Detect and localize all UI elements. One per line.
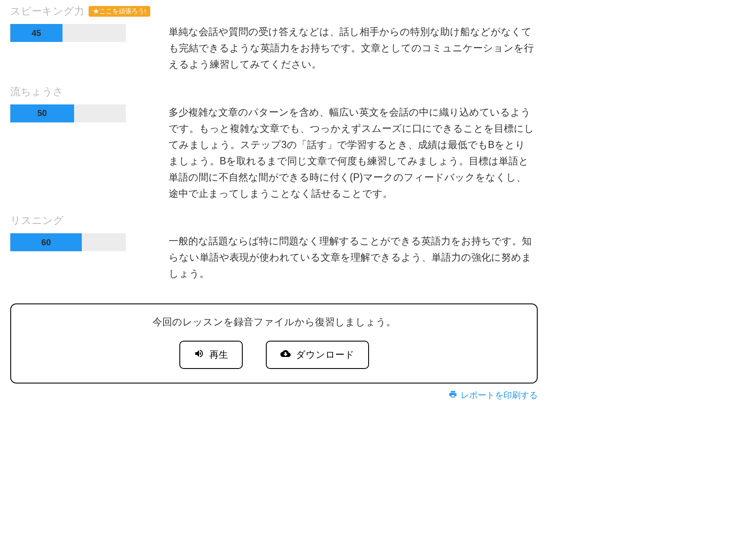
effort-badge: ★ここを頑張ろう! [89, 6, 150, 17]
skill-description: 多少複雑な文章のパターンを含め、幅広い英文を会話の中に織り込めているようです。も… [169, 104, 538, 202]
review-panel: 今回のレッスンを録音ファイルから復習しましょう。 再生 ダウンロード [10, 303, 538, 383]
skill-listening: リスニング 60 一般的な話題ならば特に問題なく理解することができる英語力をお持… [10, 214, 538, 282]
progress-fill: 50 [10, 104, 74, 122]
speaker-icon [194, 348, 204, 361]
skill-body: 50 多少複雑な文章のパターンを含め、幅広い英文を会話の中に織り込めているようで… [10, 104, 538, 202]
download-label: ダウンロード [296, 348, 354, 361]
skill-fluency: 流ちょうさ 50 多少複雑な文章のパターンを含め、幅広い英文を会話の中に織り込め… [10, 85, 538, 202]
progress-container: 50 [10, 104, 126, 122]
skill-header: スピーキング力 ★ここを頑張ろう! [10, 4, 538, 18]
skill-header: リスニング [10, 214, 538, 227]
play-button[interactable]: 再生 [179, 341, 243, 369]
progress-bar: 60 [10, 233, 126, 251]
progress-bar: 45 [10, 24, 126, 42]
skill-speaking: スピーキング力 ★ここを頑張ろう! 45 単純な会話や質問の受け答えなどは、話し… [10, 4, 538, 73]
print-row: レポートを印刷する [10, 389, 538, 401]
progress-bar: 50 [10, 104, 126, 122]
play-label: 再生 [209, 348, 228, 361]
progress-container: 45 [10, 24, 126, 42]
skill-title: リスニング [10, 214, 64, 227]
progress-container: 60 [10, 233, 126, 251]
print-label: レポートを印刷する [461, 389, 538, 401]
progress-fill: 60 [10, 233, 82, 251]
skill-description: 一般的な話題ならば特に問題なく理解することができる英語力をお持ちです。知らない単… [169, 233, 538, 282]
skill-body: 60 一般的な話題ならば特に問題なく理解することができる英語力をお持ちです。知ら… [10, 233, 538, 282]
button-row: 再生 ダウンロード [20, 341, 528, 369]
skill-header: 流ちょうさ [10, 85, 538, 98]
printer-icon [449, 390, 457, 401]
skill-title: スピーキング力 [10, 4, 84, 18]
skill-description: 単純な会話や質問の受け答えなどは、話し相手からの特別な助け船などがなくても完結で… [169, 24, 538, 73]
download-button[interactable]: ダウンロード [266, 341, 369, 369]
review-title: 今回のレッスンを録音ファイルから復習しましょう。 [20, 315, 528, 329]
progress-fill: 45 [10, 24, 63, 42]
skill-body: 45 単純な会話や質問の受け答えなどは、話し相手からの特別な助け船などがなくても… [10, 24, 538, 73]
cloud-download-icon [280, 348, 291, 361]
skill-title: 流ちょうさ [10, 85, 63, 98]
print-report-link[interactable]: レポートを印刷する [449, 389, 538, 401]
